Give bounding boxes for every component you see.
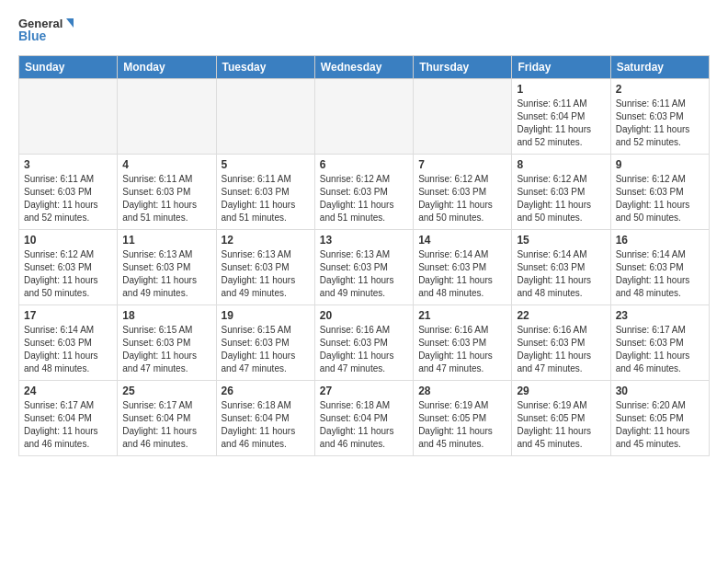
day-number: 1 xyxy=(517,83,605,96)
day-info: Sunrise: 6:20 AMSunset: 6:05 PMDaylight:… xyxy=(616,399,704,451)
day-number: 2 xyxy=(616,83,704,96)
svg-text:Blue: Blue xyxy=(18,29,47,43)
week-row-3: 10Sunrise: 6:12 AMSunset: 6:03 PMDayligh… xyxy=(19,230,710,305)
calendar-cell: 27Sunrise: 6:18 AMSunset: 6:04 PMDayligh… xyxy=(314,381,413,456)
day-number: 10 xyxy=(24,234,112,247)
calendar-cell: 8Sunrise: 6:12 AMSunset: 6:03 PMDaylight… xyxy=(512,155,610,230)
day-info: Sunrise: 6:13 AMSunset: 6:03 PMDaylight:… xyxy=(122,248,210,300)
calendar-cell: 6Sunrise: 6:12 AMSunset: 6:03 PMDaylight… xyxy=(314,155,413,230)
day-number: 21 xyxy=(418,309,506,322)
day-info: Sunrise: 6:14 AMSunset: 6:03 PMDaylight:… xyxy=(517,248,605,300)
calendar-cell: 15Sunrise: 6:14 AMSunset: 6:03 PMDayligh… xyxy=(512,230,610,305)
calendar-cell: 18Sunrise: 6:15 AMSunset: 6:03 PMDayligh… xyxy=(118,305,216,381)
day-number: 17 xyxy=(24,309,112,322)
header: General Blue xyxy=(18,15,710,48)
calendar-cell: 4Sunrise: 6:11 AMSunset: 6:03 PMDaylight… xyxy=(118,155,216,230)
calendar-cell xyxy=(19,79,118,155)
calendar-cell: 12Sunrise: 6:13 AMSunset: 6:03 PMDayligh… xyxy=(216,230,314,305)
calendar-cell: 10Sunrise: 6:12 AMSunset: 6:03 PMDayligh… xyxy=(19,230,118,305)
day-number: 7 xyxy=(418,158,506,171)
day-info: Sunrise: 6:14 AMSunset: 6:03 PMDaylight:… xyxy=(616,248,704,300)
day-info: Sunrise: 6:19 AMSunset: 6:05 PMDaylight:… xyxy=(418,399,506,451)
day-number: 19 xyxy=(222,309,310,322)
weekday-header-monday: Monday xyxy=(118,56,216,79)
calendar-cell xyxy=(118,79,216,155)
weekday-header-row: SundayMondayTuesdayWednesdayThursdayFrid… xyxy=(19,56,710,79)
day-info: Sunrise: 6:11 AMSunset: 6:03 PMDaylight:… xyxy=(24,173,112,224)
calendar-cell: 2Sunrise: 6:11 AMSunset: 6:03 PMDaylight… xyxy=(610,79,709,155)
calendar: SundayMondayTuesdayWednesdayThursdayFrid… xyxy=(18,55,710,456)
day-number: 3 xyxy=(24,158,112,171)
calendar-cell: 29Sunrise: 6:19 AMSunset: 6:05 PMDayligh… xyxy=(512,381,610,456)
calendar-cell: 30Sunrise: 6:20 AMSunset: 6:05 PMDayligh… xyxy=(610,381,709,456)
day-info: Sunrise: 6:12 AMSunset: 6:03 PMDaylight:… xyxy=(24,248,112,300)
calendar-cell xyxy=(216,79,314,155)
day-number: 8 xyxy=(517,158,605,171)
day-number: 26 xyxy=(222,385,310,397)
calendar-cell: 3Sunrise: 6:11 AMSunset: 6:03 PMDaylight… xyxy=(19,155,118,230)
day-number: 23 xyxy=(616,309,704,322)
calendar-cell: 7Sunrise: 6:12 AMSunset: 6:03 PMDaylight… xyxy=(414,155,512,230)
day-number: 4 xyxy=(122,158,210,171)
day-number: 5 xyxy=(222,158,310,171)
day-number: 11 xyxy=(122,234,210,247)
day-number: 9 xyxy=(616,158,704,171)
calendar-cell: 20Sunrise: 6:16 AMSunset: 6:03 PMDayligh… xyxy=(314,305,413,381)
day-info: Sunrise: 6:16 AMSunset: 6:03 PMDaylight:… xyxy=(517,324,605,375)
calendar-cell: 22Sunrise: 6:16 AMSunset: 6:03 PMDayligh… xyxy=(512,305,610,381)
day-info: Sunrise: 6:12 AMSunset: 6:03 PMDaylight:… xyxy=(517,173,605,224)
day-number: 28 xyxy=(418,385,506,397)
day-info: Sunrise: 6:19 AMSunset: 6:05 PMDaylight:… xyxy=(517,399,605,451)
weekday-header-sunday: Sunday xyxy=(19,56,118,79)
day-number: 14 xyxy=(418,234,506,247)
day-info: Sunrise: 6:14 AMSunset: 6:03 PMDaylight:… xyxy=(24,324,112,375)
day-info: Sunrise: 6:13 AMSunset: 6:03 PMDaylight:… xyxy=(222,248,310,300)
calendar-cell: 11Sunrise: 6:13 AMSunset: 6:03 PMDayligh… xyxy=(118,230,216,305)
calendar-cell: 23Sunrise: 6:17 AMSunset: 6:03 PMDayligh… xyxy=(610,305,709,381)
calendar-cell: 25Sunrise: 6:17 AMSunset: 6:04 PMDayligh… xyxy=(118,381,216,456)
day-number: 15 xyxy=(517,234,605,247)
calendar-cell: 14Sunrise: 6:14 AMSunset: 6:03 PMDayligh… xyxy=(414,230,512,305)
day-number: 13 xyxy=(320,234,408,247)
weekday-header-wednesday: Wednesday xyxy=(314,56,413,79)
day-info: Sunrise: 6:12 AMSunset: 6:03 PMDaylight:… xyxy=(616,173,704,224)
calendar-cell: 5Sunrise: 6:11 AMSunset: 6:03 PMDaylight… xyxy=(216,155,314,230)
day-info: Sunrise: 6:18 AMSunset: 6:04 PMDaylight:… xyxy=(320,399,408,451)
week-row-4: 17Sunrise: 6:14 AMSunset: 6:03 PMDayligh… xyxy=(19,305,710,381)
day-info: Sunrise: 6:13 AMSunset: 6:03 PMDaylight:… xyxy=(320,248,408,300)
day-number: 27 xyxy=(320,385,408,397)
week-row-2: 3Sunrise: 6:11 AMSunset: 6:03 PMDaylight… xyxy=(19,155,710,230)
day-number: 30 xyxy=(616,385,704,397)
day-number: 25 xyxy=(122,385,210,397)
day-info: Sunrise: 6:15 AMSunset: 6:03 PMDaylight:… xyxy=(222,324,310,375)
day-info: Sunrise: 6:11 AMSunset: 6:03 PMDaylight:… xyxy=(616,98,704,149)
logo-svg: General Blue xyxy=(18,15,74,48)
calendar-cell: 24Sunrise: 6:17 AMSunset: 6:04 PMDayligh… xyxy=(19,381,118,456)
day-info: Sunrise: 6:17 AMSunset: 6:04 PMDaylight:… xyxy=(24,399,112,451)
day-number: 6 xyxy=(320,158,408,171)
day-number: 24 xyxy=(24,385,112,397)
calendar-cell xyxy=(414,79,512,155)
day-number: 20 xyxy=(320,309,408,322)
calendar-cell: 17Sunrise: 6:14 AMSunset: 6:03 PMDayligh… xyxy=(19,305,118,381)
weekday-header-friday: Friday xyxy=(512,56,610,79)
day-info: Sunrise: 6:16 AMSunset: 6:03 PMDaylight:… xyxy=(320,324,408,375)
day-info: Sunrise: 6:11 AMSunset: 6:03 PMDaylight:… xyxy=(222,173,310,224)
calendar-cell: 26Sunrise: 6:18 AMSunset: 6:04 PMDayligh… xyxy=(216,381,314,456)
day-info: Sunrise: 6:16 AMSunset: 6:03 PMDaylight:… xyxy=(418,324,506,375)
day-info: Sunrise: 6:12 AMSunset: 6:03 PMDaylight:… xyxy=(418,173,506,224)
day-info: Sunrise: 6:11 AMSunset: 6:04 PMDaylight:… xyxy=(517,98,605,149)
svg-marker-2 xyxy=(66,18,74,28)
day-info: Sunrise: 6:15 AMSunset: 6:03 PMDaylight:… xyxy=(122,324,210,375)
weekday-header-thursday: Thursday xyxy=(414,56,512,79)
day-number: 22 xyxy=(517,309,605,322)
calendar-cell: 19Sunrise: 6:15 AMSunset: 6:03 PMDayligh… xyxy=(216,305,314,381)
weekday-header-tuesday: Tuesday xyxy=(216,56,314,79)
day-info: Sunrise: 6:12 AMSunset: 6:03 PMDaylight:… xyxy=(320,173,408,224)
logo: General Blue xyxy=(18,15,74,48)
day-info: Sunrise: 6:14 AMSunset: 6:03 PMDaylight:… xyxy=(418,248,506,300)
calendar-cell xyxy=(314,79,413,155)
day-info: Sunrise: 6:17 AMSunset: 6:03 PMDaylight:… xyxy=(616,324,704,375)
calendar-cell: 13Sunrise: 6:13 AMSunset: 6:03 PMDayligh… xyxy=(314,230,413,305)
week-row-1: 1Sunrise: 6:11 AMSunset: 6:04 PMDaylight… xyxy=(19,79,710,155)
